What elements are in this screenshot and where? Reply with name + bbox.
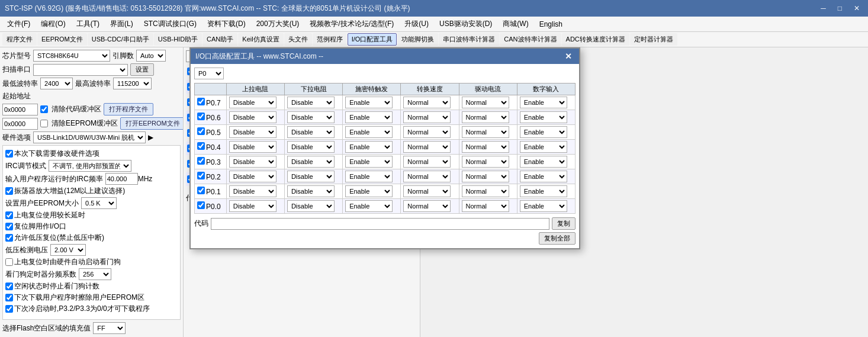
adv-drive-p05[interactable]: NormalHigh xyxy=(462,126,509,138)
adv-digital-p06[interactable]: EnableDisable xyxy=(520,111,567,123)
open-eeprom-button[interactable]: 打开EEPROM文件 xyxy=(120,117,184,130)
adv-cb-p00[interactable] xyxy=(197,201,205,209)
adv-cb-p03[interactable] xyxy=(197,157,205,165)
eeprom-size-select[interactable]: 0.5 K xyxy=(81,197,117,209)
adv-schmitt-p07[interactable]: EnableDisable xyxy=(345,97,393,108)
menu-english[interactable]: English xyxy=(535,19,567,30)
adv-speed-p05[interactable]: NormalFast xyxy=(403,126,451,138)
adv-pulldown-p02[interactable]: DisableEnable xyxy=(287,171,335,182)
adv-pulldown-p00[interactable]: DisableEnable xyxy=(287,200,335,212)
adv-schmitt-p05[interactable]: EnableDisable xyxy=(345,126,393,138)
start-addr-input[interactable] xyxy=(2,104,38,115)
menu-upgrade[interactable]: 升级(U) xyxy=(400,18,433,30)
maximize-button[interactable]: □ xyxy=(834,3,846,14)
adv-pullup-p04[interactable]: DisableEnable xyxy=(229,141,277,153)
adv-drive-p01[interactable]: NormalHigh xyxy=(462,185,509,197)
adv-speed-p03[interactable]: NormalFast xyxy=(403,156,451,168)
adv-pulldown-p06[interactable]: DisableEnable xyxy=(287,111,335,123)
wdg-idle-cb[interactable] xyxy=(5,283,13,290)
adv-drive-p04[interactable]: NormalHigh xyxy=(462,141,509,153)
low-volt-cb[interactable] xyxy=(5,234,13,242)
adv-cb-p04[interactable] xyxy=(197,142,205,150)
tab-pin-switch[interactable]: 功能脚切换 xyxy=(397,33,438,46)
tab-header[interactable]: 头文件 xyxy=(284,33,312,46)
volt-detect-select[interactable]: 2.00 V xyxy=(50,244,86,256)
close-button[interactable]: ✕ xyxy=(850,3,863,14)
adv-cb-p06[interactable] xyxy=(197,113,205,120)
clear-eeprom-checkbox[interactable] xyxy=(40,120,48,127)
adv-speed-p06[interactable]: NormalFast xyxy=(403,111,451,123)
adv-code-input[interactable] xyxy=(211,218,549,230)
adv-pullup-p05[interactable]: DisableEnable xyxy=(229,126,277,138)
irc-freq-input[interactable] xyxy=(105,173,138,185)
tab-program-file[interactable]: 程序文件 xyxy=(2,33,37,46)
hw-option-select[interactable]: USB-Link1D/U8W/U3W-Mini 脱机 程序加 xyxy=(33,131,146,143)
adv-pullup-p07[interactable]: DisableEnable xyxy=(229,97,277,108)
adv-pullup-p01[interactable]: DisableEnable xyxy=(229,185,277,197)
adv-cb-p02[interactable] xyxy=(197,172,205,179)
adv-schmitt-p03[interactable]: EnableDisable xyxy=(345,156,393,168)
adv-pulldown-p07[interactable]: DisableEnable xyxy=(287,97,335,108)
adv-pullup-p00[interactable]: DisableEnable xyxy=(229,200,277,212)
adv-drive-p06[interactable]: NormalHigh xyxy=(462,111,509,123)
adv-schmitt-p01[interactable]: EnableDisable xyxy=(345,185,393,197)
menu-program[interactable]: 编程(O) xyxy=(36,18,70,30)
menu-tools[interactable]: 工具(T) xyxy=(72,18,104,30)
adv-pullup-p03[interactable]: DisableEnable xyxy=(229,156,277,168)
adv-digital-p07[interactable]: EnableDisable xyxy=(520,97,567,108)
minimize-button[interactable]: ─ xyxy=(817,3,830,14)
adv-schmitt-p02[interactable]: EnableDisable xyxy=(345,171,393,182)
adv-speed-p04[interactable]: NormalFast xyxy=(403,141,451,153)
coldboot-cb[interactable] xyxy=(5,305,13,313)
adv-schmitt-p04[interactable]: EnableDisable xyxy=(345,141,393,153)
menu-debug[interactable]: STC调试接口(G) xyxy=(139,18,201,30)
adv-drive-p03[interactable]: NormalHigh xyxy=(462,156,509,168)
settings-button[interactable]: 设置 xyxy=(130,63,154,76)
adv-pulldown-p03[interactable]: DisableEnable xyxy=(287,156,335,168)
adv-speed-p07[interactable]: NormalFast xyxy=(403,97,451,108)
tab-usb-hid[interactable]: USB-HID助手 xyxy=(154,33,202,46)
adv-drive-p02[interactable]: NormalHigh xyxy=(462,171,509,182)
menu-shop[interactable]: 商城(W) xyxy=(498,18,533,30)
adv-speed-p02[interactable]: NormalFast xyxy=(403,171,451,182)
tab-timer[interactable]: 定时器计算器 xyxy=(630,33,677,46)
menu-file[interactable]: 文件(F) xyxy=(2,18,35,30)
adv-digital-p00[interactable]: EnableDisable xyxy=(520,200,567,212)
scan-port-select[interactable] xyxy=(33,64,128,76)
adv-speed-p01[interactable]: NormalFast xyxy=(403,185,451,197)
adv-pullup-p06[interactable]: DisableEnable xyxy=(229,111,277,123)
clear-code-checkbox[interactable] xyxy=(40,105,48,113)
eeprom-addr-input[interactable] xyxy=(2,118,38,130)
adv-pulldown-p01[interactable]: DisableEnable xyxy=(287,185,335,197)
adv-cb-p01[interactable] xyxy=(197,187,205,194)
menu-download[interactable]: 资料下载(D) xyxy=(202,18,250,30)
option-cb-0[interactable] xyxy=(5,150,13,158)
irc-mode-select[interactable]: 不调节, 使用内部预置的频率 xyxy=(49,160,131,172)
tab-io-config[interactable]: I/O口配置工具 xyxy=(348,33,397,46)
adv-schmitt-p06[interactable]: EnableDisable xyxy=(345,111,393,123)
tab-eeprom-file[interactable]: EEPROM文件 xyxy=(37,33,87,46)
tab-examples[interactable]: 范例程序 xyxy=(313,33,347,46)
adv-drive-p00[interactable]: NormalHigh xyxy=(462,200,509,212)
adv-cb-p05[interactable] xyxy=(197,127,205,135)
pin-count-select[interactable]: Auto xyxy=(136,50,166,62)
menu-usb[interactable]: USB驱动安装(D) xyxy=(435,18,497,30)
adv-copy-button[interactable]: 复制 xyxy=(552,217,576,230)
wdg-div-select[interactable]: 256 xyxy=(79,268,111,280)
adv-pulldown-p04[interactable]: DisableEnable xyxy=(287,141,335,153)
adv-digital-p05[interactable]: EnableDisable xyxy=(520,126,567,138)
adv-pullup-p02[interactable]: DisableEnable xyxy=(229,171,277,182)
max-baud-select[interactable]: 115200 xyxy=(113,78,152,89)
adv-cb-p07[interactable] xyxy=(197,98,205,105)
dialog-close-button[interactable]: ✕ xyxy=(562,52,574,61)
menu-interface[interactable]: 界面(L) xyxy=(105,18,138,30)
open-prog-button[interactable]: 打开程序文件 xyxy=(104,103,153,115)
flash-fill-select[interactable]: FF xyxy=(93,322,126,334)
adv-digital-p03[interactable]: EnableDisable xyxy=(520,156,567,168)
adv-copy-all-button[interactable]: 复制全部 xyxy=(539,232,576,245)
adv-schmitt-p00[interactable]: EnableDisable xyxy=(345,200,393,212)
tab-adc[interactable]: ADC转换速度计算器 xyxy=(562,33,629,46)
tab-baud-calc[interactable]: 串口波特率计算器 xyxy=(439,33,499,46)
adv-pulldown-p05[interactable]: DisableEnable xyxy=(287,126,335,138)
menu-video[interactable]: 视频教学/技术论坛/选型(F) xyxy=(305,18,398,30)
